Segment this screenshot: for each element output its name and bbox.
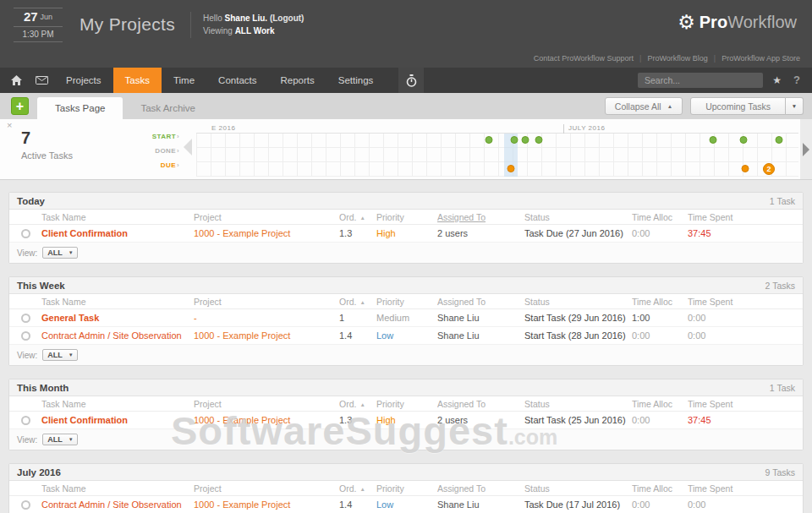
column-header-proj[interactable]: Project <box>194 483 339 494</box>
project-link[interactable]: 1000 - Example Project <box>194 415 339 425</box>
column-header-assign[interactable]: Assigned To <box>437 212 524 222</box>
add-task-button[interactable]: + <box>11 97 29 115</box>
column-header-ord[interactable]: Ord.▲ <box>339 212 376 222</box>
active-task-label: Active Tasks <box>21 150 73 161</box>
column-header-task[interactable]: Task Name <box>41 212 194 222</box>
task-name-link[interactable]: Client Confirmation <box>41 415 194 425</box>
timeline-start-dot[interactable] <box>776 136 783 144</box>
task-section-3: July 20169 TasksTask NameProjectOrd.▲Pri… <box>8 463 804 513</box>
timeline-start-dot[interactable] <box>740 136 748 144</box>
close-icon[interactable]: × <box>7 120 12 130</box>
task-name-link[interactable]: Contract Admin / Site Observation <box>41 499 194 510</box>
search-input[interactable] <box>638 73 763 88</box>
help-icon[interactable]: ? <box>793 74 800 86</box>
section-title: This Month <box>17 383 69 393</box>
task-complete-circle[interactable] <box>21 229 30 238</box>
view-filter-select[interactable]: ALL▼ <box>42 349 77 361</box>
timeline-start-dot[interactable] <box>511 136 518 144</box>
column-header-pri[interactable]: Priority <box>376 483 437 494</box>
column-header-pri[interactable]: Priority <box>376 297 437 307</box>
column-header-status[interactable]: Status <box>524 483 632 494</box>
task-complete-circle[interactable] <box>21 500 30 510</box>
column-header-assign[interactable]: Assigned To <box>437 297 524 307</box>
column-header-pri[interactable]: Priority <box>376 212 437 222</box>
column-header-alloc[interactable]: Time Alloc <box>632 399 688 409</box>
favorites-star-icon[interactable]: ★ <box>772 74 782 86</box>
column-header-assign[interactable]: Assigned To <box>437 483 524 494</box>
column-header-alloc[interactable]: Time Alloc <box>632 212 688 222</box>
column-header-spent[interactable]: Time Spent <box>688 399 803 409</box>
nav-time[interactable]: Time <box>162 68 206 93</box>
appstore-link[interactable]: ProWorkflow App Store <box>721 54 800 63</box>
mail-icon[interactable] <box>29 68 54 93</box>
assigned-to-cell: Shane Liu <box>437 313 524 323</box>
task-complete-circle[interactable] <box>21 314 30 323</box>
column-label: Status <box>524 399 550 409</box>
project-link[interactable]: 1000 - Example Project <box>194 228 339 238</box>
caret-down-icon: ▼ <box>792 103 797 109</box>
column-header-spent[interactable]: Time Spent <box>688 483 803 494</box>
logout-link[interactable]: (Logout) <box>270 14 304 23</box>
view-filter-select[interactable]: ALL▼ <box>42 434 77 445</box>
column-header-proj[interactable]: Project <box>194 399 339 409</box>
task-name-link[interactable]: General Task <box>41 313 194 323</box>
column-header-alloc[interactable]: Time Alloc <box>632 483 688 494</box>
timeline-start-dot[interactable] <box>710 136 717 144</box>
tab-tasks-page[interactable]: Tasks Page <box>37 97 123 119</box>
nav-projects[interactable]: Projects <box>54 68 113 93</box>
column-header-pri[interactable]: Priority <box>376 399 437 409</box>
assigned-to-cell: Shane Liu <box>437 499 524 510</box>
timer-button[interactable] <box>398 68 424 93</box>
column-header-ord[interactable]: Ord.▲ <box>339 399 376 409</box>
timeline-count-badge[interactable]: 2 <box>763 163 775 175</box>
view-filter-select[interactable]: ALL▼ <box>42 247 77 259</box>
nav-tasks[interactable]: Tasks <box>113 68 162 93</box>
status-cell: Start Task (28 Jun 2016) <box>524 330 632 341</box>
page-title: My Projects <box>80 14 175 35</box>
timeline-due-dot[interactable] <box>742 165 749 172</box>
timeline-next-button[interactable] <box>800 119 812 179</box>
timeline-start-dot[interactable] <box>522 136 529 144</box>
task-name-link[interactable]: Contract Admin / Site Observation <box>41 330 194 341</box>
time-spent-cell: 0:00 <box>688 313 803 323</box>
column-header-assign[interactable]: Assigned To <box>437 399 524 409</box>
column-label: Status <box>524 297 550 307</box>
column-header-spent[interactable]: Time Spent <box>688 212 803 222</box>
support-link[interactable]: Contact ProWorkflow Support <box>534 54 634 63</box>
timeline-start-dot[interactable] <box>535 136 543 144</box>
project-link[interactable]: - <box>194 313 339 323</box>
nav-reports[interactable]: Reports <box>268 68 326 93</box>
column-header-status[interactable]: Status <box>524 212 632 222</box>
home-icon[interactable] <box>3 68 29 93</box>
timeline-start-dot[interactable] <box>486 136 493 144</box>
column-header-status[interactable]: Status <box>524 399 632 409</box>
timeline-prev-icon[interactable] <box>184 139 192 156</box>
column-header-spent[interactable]: Time Spent <box>688 297 803 307</box>
tab-task-archive[interactable]: Task Archive <box>123 97 213 119</box>
column-header-proj[interactable]: Project <box>194 212 339 222</box>
section-footer: View:ALL▼ <box>9 429 803 450</box>
nav-contacts[interactable]: Contacts <box>206 68 268 93</box>
project-link[interactable]: 1000 - Example Project <box>194 330 339 341</box>
task-complete-circle[interactable] <box>21 331 30 341</box>
timeline-due-dot[interactable] <box>508 165 515 172</box>
task-complete-circle[interactable] <box>21 416 30 425</box>
blog-link[interactable]: ProWorkflow Blog <box>647 54 707 63</box>
column-label: Priority <box>376 212 404 222</box>
column-header-task[interactable]: Task Name <box>41 483 194 494</box>
time-spent-cell: 37:45 <box>688 415 803 425</box>
column-label: Time Alloc <box>632 212 672 222</box>
collapse-all-button[interactable]: Collapse All ▲ <box>605 97 683 115</box>
upcoming-tasks-caret-button[interactable]: ▼ <box>786 97 804 115</box>
column-header-proj[interactable]: Project <box>194 297 339 307</box>
task-name-link[interactable]: Client Confirmation <box>41 228 194 238</box>
upcoming-tasks-button[interactable]: Upcoming Tasks <box>690 97 786 115</box>
column-header-status[interactable]: Status <box>524 297 632 307</box>
nav-settings[interactable]: Settings <box>326 68 386 93</box>
column-header-ord[interactable]: Ord.▲ <box>339 297 376 307</box>
column-header-alloc[interactable]: Time Alloc <box>632 297 688 307</box>
column-header-task[interactable]: Task Name <box>41 297 194 307</box>
column-header-task[interactable]: Task Name <box>41 399 194 409</box>
project-link[interactable]: 1000 - Example Project <box>194 499 339 510</box>
column-header-ord[interactable]: Ord.▲ <box>339 483 376 494</box>
